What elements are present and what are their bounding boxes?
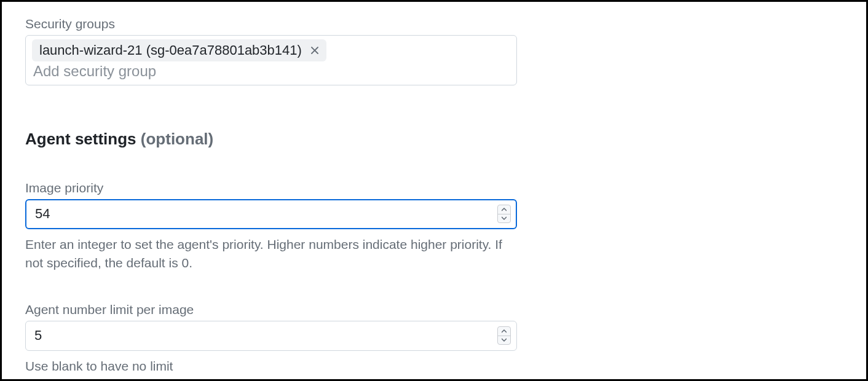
image-priority-stepper[interactable] [497, 205, 511, 223]
agent-settings-heading: Agent settings (optional) [25, 130, 843, 149]
chevron-up-icon[interactable] [498, 205, 510, 214]
close-icon[interactable] [308, 44, 322, 57]
security-groups-input[interactable]: launch-wizard-21 (sg-0ea7a78801ab3b141) … [25, 35, 517, 85]
security-group-chip-label: launch-wizard-21 (sg-0ea7a78801ab3b141) [39, 41, 302, 60]
chevron-down-icon[interactable] [498, 336, 510, 345]
image-priority-input[interactable] [25, 199, 517, 229]
image-priority-label: Image priority [25, 181, 843, 195]
image-priority-help: Enter an integer to set the agent's prio… [25, 235, 505, 273]
security-groups-placeholder: Add security group [32, 61, 510, 82]
chevron-up-icon[interactable] [498, 327, 510, 336]
agent-limit-label: Agent number limit per image [25, 302, 843, 317]
chevron-down-icon[interactable] [498, 214, 510, 223]
security-groups-label: Security groups [25, 17, 843, 31]
agent-settings-heading-text: Agent settings [25, 130, 136, 148]
agent-limit-input[interactable] [25, 321, 517, 351]
security-group-chip: launch-wizard-21 (sg-0ea7a78801ab3b141) [32, 39, 326, 61]
agent-settings-optional: (optional) [141, 130, 213, 148]
agent-limit-help: Use blank to have no limit [25, 357, 505, 375]
agent-limit-stepper[interactable] [497, 326, 511, 345]
